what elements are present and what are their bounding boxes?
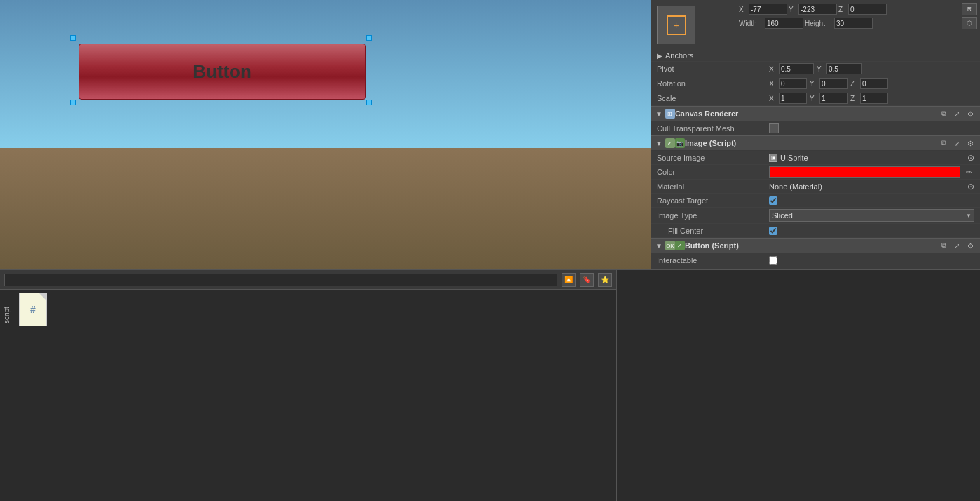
pos-z-input[interactable] (848, 4, 887, 15)
button-script-header[interactable]: ▼ OK ✓ Button (Script) ⧉ ⤢ ⚙ (651, 238, 980, 253)
material-target-btn[interactable]: ⊙ (967, 182, 974, 192)
image-type-value: Sliced (772, 211, 793, 220)
canvas-renderer-arrow: ▼ (655, 110, 662, 118)
material-label: Material (657, 182, 769, 191)
canvas-renderer-copy-btn[interactable]: ⧉ (938, 108, 949, 119)
scale-z[interactable] (860, 93, 888, 104)
pivot-row: Pivot X Y (651, 62, 980, 76)
source-image-row: Source Image ▣ UISprite ⊙ (651, 151, 980, 165)
rect-inner (667, 15, 686, 35)
toolbar-icon3[interactable]: ⭐ (598, 273, 612, 287)
image-type-arrow: ▼ (966, 213, 972, 219)
pivot-x[interactable] (779, 63, 814, 74)
file-icon[interactable]: # (16, 293, 50, 335)
image-type-dropdown[interactable]: Sliced ▼ (769, 209, 974, 222)
image-script-icon2: 📷 (675, 138, 685, 148)
rect-icon (657, 6, 695, 44)
scale-x[interactable] (779, 93, 807, 104)
handle-tl[interactable] (70, 35, 76, 41)
image-expand-btn[interactable]: ⤢ (951, 138, 962, 149)
button-copy-btn[interactable]: ⧉ (938, 240, 949, 251)
cull-mesh-toggle[interactable] (769, 123, 779, 133)
image-copy-btn[interactable]: ⧉ (938, 138, 949, 149)
color-label: Color (657, 168, 769, 176)
rect-transform-area: X Y Z R Width Height (651, 0, 980, 50)
material-row: Material None (Material) ⊙ (651, 180, 980, 194)
source-image-target-btn[interactable]: ⊙ (967, 153, 974, 163)
rot-x[interactable] (779, 78, 807, 89)
canvas-renderer-title: Canvas Renderer (675, 109, 938, 118)
fill-center-row: Fill Center (651, 224, 980, 238)
image-type-row: Image Type Sliced ▼ (651, 208, 980, 224)
rotation-label: Rotation (657, 79, 769, 88)
raycast-row: Raycast Target (651, 194, 980, 208)
canvas-renderer-header[interactable]: ▼ ⊞ Canvas Renderer ⧉ ⤢ ⚙ (651, 106, 980, 121)
image-script-arrow: ▼ (655, 140, 662, 147)
handle-bl[interactable] (70, 100, 76, 105)
scale-row: Scale X Y Z (651, 91, 980, 106)
button-expand-btn[interactable]: ⤢ (951, 240, 962, 251)
rot-y[interactable] (819, 78, 848, 89)
toolbar-icon1[interactable]: 🔼 (562, 273, 576, 287)
image-script-header[interactable]: ▼ ✓ 📷 Image (Script) ⧉ ⤢ ⚙ (651, 135, 980, 151)
raycast-checkbox[interactable] (769, 196, 777, 205)
scale-y[interactable] (819, 93, 848, 104)
anchors-label: Anchors (665, 51, 693, 60)
scene-button[interactable]: Button (79, 44, 366, 100)
cull-mesh-label: Cull Transparent Mesh (657, 124, 769, 133)
fill-center-checkbox[interactable] (769, 227, 777, 235)
interactable-checkbox[interactable] (769, 256, 777, 265)
color-edit-btn[interactable]: ✏ (963, 166, 974, 178)
scene-button-label: Button (193, 61, 252, 83)
r-button[interactable]: R (962, 3, 977, 15)
pivot-y[interactable] (826, 63, 862, 74)
bottom-content: script # (0, 290, 616, 501)
raycast-checkbox-wrap[interactable] (769, 196, 777, 205)
cull-mesh-row: Cull Transparent Mesh (651, 121, 980, 135)
pos-y-input[interactable] (798, 4, 837, 15)
height-input[interactable] (834, 18, 873, 29)
interactable-label: Interactable (657, 256, 769, 265)
bottom-bar: 🔼 🔖 ⭐ script # (0, 269, 980, 501)
fill-center-label: Fill Center (657, 227, 769, 235)
button-script-title: Button (Script) (685, 241, 938, 250)
button-script-arrow: ▼ (655, 242, 662, 250)
handle-tr[interactable] (366, 35, 372, 41)
canvas-renderer-icon: ⊞ (665, 109, 675, 119)
anchors-section: ▶ Anchors (651, 50, 980, 62)
fill-center-checkbox-wrap[interactable] (769, 227, 777, 235)
script-label: script (3, 295, 11, 323)
rect-r-button[interactable]: ⬡ (962, 17, 977, 29)
button-script-icon2: ✓ (675, 241, 685, 250)
canvas-renderer-expand-btn[interactable]: ⤢ (951, 108, 962, 119)
image-menu-btn[interactable]: ⚙ (965, 138, 976, 149)
image-script-title: Image (Script) (685, 139, 938, 147)
scale-label: Scale (657, 94, 769, 102)
toolbar-icon2[interactable]: 🔖 (580, 273, 594, 287)
source-image-value: UISprite (780, 154, 963, 162)
image-script-icon: ✓ (665, 138, 675, 148)
source-image-label: Source Image (657, 154, 769, 162)
rot-z[interactable] (860, 78, 888, 89)
material-value: None (Material) (769, 182, 963, 191)
handle-br[interactable] (366, 100, 372, 105)
canvas-renderer-menu-btn[interactable]: ⚙ (965, 108, 976, 119)
button-menu-btn[interactable]: ⚙ (965, 240, 976, 251)
raycast-label: Raycast Target (657, 196, 769, 205)
pivot-label: Pivot (657, 65, 769, 73)
search-input[interactable] (4, 274, 557, 286)
file-icon-text: # (30, 304, 36, 315)
button-script-icon1: OK (665, 241, 675, 250)
image-type-label: Image Type (657, 211, 769, 220)
scene-view[interactable]: Button (0, 0, 651, 269)
inspector-panel: X Y Z R Width Height (651, 0, 980, 269)
interactable-checkbox-wrap[interactable] (769, 256, 777, 265)
uisprite-icon: ▣ (769, 154, 777, 162)
pos-x-input[interactable] (749, 4, 787, 15)
file-icon-img: # (19, 293, 47, 326)
width-input[interactable] (765, 18, 803, 29)
bottom-left: 🔼 🔖 ⭐ script # (0, 270, 617, 501)
rotation-row: Rotation X Y Z (651, 76, 980, 91)
color-swatch[interactable] (769, 166, 960, 178)
color-row: Color ✏ (651, 165, 980, 180)
